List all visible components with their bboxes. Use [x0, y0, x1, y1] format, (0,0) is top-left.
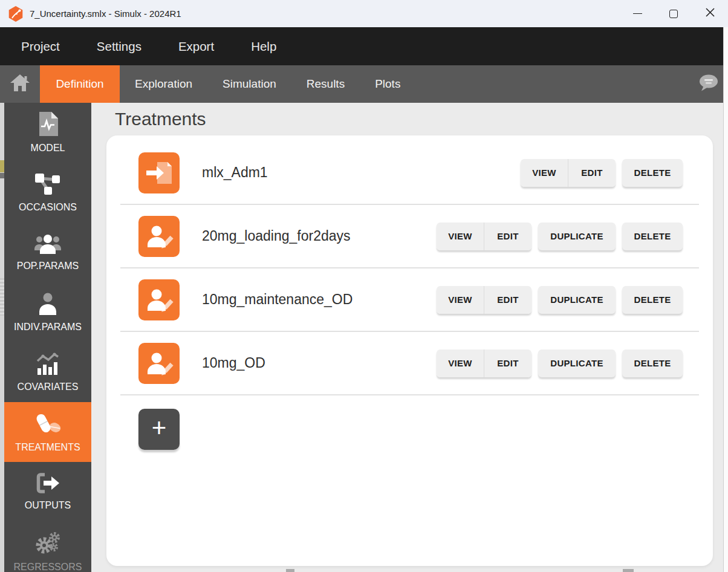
delete-button[interactable]: DELETE	[622, 159, 683, 187]
row-actions: VIEW EDIT DUPLICATE DELETE	[437, 223, 683, 250]
view-edit-group: VIEW EDIT	[437, 223, 531, 250]
sidebar-item-indiv-params[interactable]: INDIV.PARAMS	[4, 282, 91, 342]
feedback-button[interactable]	[698, 74, 718, 94]
edit-button[interactable]: EDIT	[484, 286, 531, 314]
plus-icon: +	[152, 415, 167, 441]
tab-plots[interactable]: Plots	[360, 65, 415, 103]
view-edit-group: VIEW EDIT	[437, 349, 531, 377]
add-treatment-button[interactable]: +	[138, 409, 180, 450]
person-edit-icon	[138, 216, 180, 257]
window-controls	[619, 0, 728, 27]
population-people-icon	[34, 234, 62, 256]
sidebar-item-label: TREATMENTS	[15, 442, 80, 453]
treatment-row-mlx-adm1: mlx_Adm1 VIEW EDIT DELETE	[106, 141, 713, 204]
left-gutter	[0, 103, 4, 572]
regressors-gears-icon	[34, 531, 62, 557]
tab-simulation[interactable]: Simulation	[207, 65, 291, 103]
maximize-icon	[669, 10, 678, 18]
titlebar: 7_Uncertainty.smlx - Simulx - 2024R1	[0, 0, 728, 27]
delete-button[interactable]: DELETE	[622, 349, 683, 377]
view-button[interactable]: VIEW	[521, 159, 568, 187]
menu-item-export[interactable]: Export	[178, 39, 214, 54]
menu-item-project[interactable]: Project	[21, 39, 60, 54]
edit-button[interactable]: EDIT	[484, 349, 531, 377]
view-button[interactable]: VIEW	[437, 223, 484, 250]
sidebar-item-label: OCCASIONS	[19, 202, 77, 213]
app-window: 7_Uncertainty.smlx - Simulx - 2024R1 Pro…	[0, 0, 728, 572]
view-edit-group: VIEW EDIT	[437, 286, 531, 314]
gutter-artifact	[0, 278, 4, 316]
occasions-network-icon	[34, 172, 62, 198]
treatment-name: 10mg_maintenance_OD	[202, 291, 437, 308]
view-button[interactable]: VIEW	[437, 286, 484, 314]
chat-bubble-icon	[698, 83, 718, 94]
close-button[interactable]	[692, 0, 728, 27]
treatment-list: mlx_Adm1 VIEW EDIT DELETE	[106, 135, 713, 450]
sidebar-item-label: REGRESSORS	[14, 562, 82, 572]
close-icon	[706, 8, 715, 19]
menu-item-settings[interactable]: Settings	[97, 39, 141, 54]
cutoff-content-fragment	[623, 569, 634, 572]
row-actions: VIEW EDIT DUPLICATE DELETE	[437, 286, 683, 314]
window-title: 7_Uncertainty.smlx - Simulx - 2024R1	[30, 8, 181, 19]
page-title: Treatments	[115, 109, 206, 129]
maximize-button[interactable]	[655, 0, 692, 27]
sidebar-item-label: MODEL	[31, 143, 65, 154]
duplicate-button[interactable]: DUPLICATE	[538, 349, 616, 377]
minimize-button[interactable]	[619, 0, 655, 27]
gutter-artifact	[0, 160, 4, 172]
treatment-name: 10mg_OD	[202, 355, 437, 371]
treatments-card: mlx_Adm1 VIEW EDIT DELETE	[106, 135, 713, 566]
sidebar: MODEL OCCASIONS	[4, 103, 91, 572]
duplicate-button[interactable]: DUPLICATE	[538, 286, 616, 314]
sidebar-item-occasions[interactable]: OCCASIONS	[4, 163, 91, 223]
sidebar-item-label: INDIV.PARAMS	[14, 322, 82, 333]
treatment-row-10mg-od: 10mg_OD VIEW EDIT DUPLICATE DELETE	[106, 332, 713, 394]
person-edit-icon	[138, 279, 180, 320]
treatment-name: 20mg_loading_for2days	[202, 228, 437, 244]
person-edit-icon	[138, 343, 180, 384]
treatment-row-10mg-maintenance: 10mg_maintenance_OD VIEW EDIT DUPLICATE …	[106, 268, 713, 331]
row-actions: VIEW EDIT DUPLICATE DELETE	[437, 349, 683, 377]
duplicate-button[interactable]: DUPLICATE	[538, 223, 616, 250]
sidebar-item-covariates[interactable]: COVARIATES	[4, 342, 91, 402]
tab-results[interactable]: Results	[291, 65, 360, 103]
view-button[interactable]: VIEW	[437, 349, 484, 377]
sidebar-item-outputs[interactable]: OUTPUTS	[4, 462, 91, 522]
outputs-export-icon	[36, 473, 60, 496]
individual-person-icon	[38, 293, 57, 317]
model-document-pulse-icon	[37, 112, 58, 138]
treatment-row-20mg-loading: 20mg_loading_for2days VIEW EDIT DUPLICAT…	[106, 205, 713, 267]
delete-button[interactable]: DELETE	[622, 223, 683, 250]
simulx-logo-icon	[8, 5, 24, 22]
view-edit-group: VIEW EDIT	[521, 159, 616, 187]
sidebar-item-label: COVARIATES	[18, 382, 79, 392]
tab-definition[interactable]: Definition	[40, 65, 120, 103]
treatments-pills-icon	[34, 411, 62, 438]
delete-button[interactable]: DELETE	[622, 286, 683, 314]
import-treatment-icon	[138, 152, 180, 193]
tabbar: Definition Exploration Simulation Result…	[0, 65, 728, 103]
menu-item-help[interactable]: Help	[251, 39, 276, 54]
sidebar-item-label: POP.PARAMS	[17, 261, 79, 271]
tab-exploration[interactable]: Exploration	[120, 65, 207, 103]
home-icon	[10, 74, 30, 94]
main-content: Treatments mlx_Adm1	[91, 103, 728, 572]
add-row: +	[106, 395, 713, 450]
scrollbar[interactable]	[723, 27, 728, 572]
sidebar-item-model[interactable]: MODEL	[4, 103, 91, 163]
menubar: Project Settings Export Help	[0, 27, 728, 65]
edit-button[interactable]: EDIT	[484, 223, 531, 250]
minimize-icon	[633, 13, 642, 14]
row-actions: VIEW EDIT DELETE	[521, 159, 683, 187]
home-button[interactable]	[0, 65, 40, 103]
covariates-barchart-icon	[35, 352, 60, 377]
sidebar-item-regressors: REGRESSORS	[4, 522, 91, 572]
sidebar-item-treatments[interactable]: TREATMENTS	[4, 402, 91, 462]
edit-button[interactable]: EDIT	[568, 159, 616, 187]
gutter-artifact	[0, 173, 4, 178]
treatment-name: mlx_Adm1	[202, 164, 521, 181]
sidebar-item-label: OUTPUTS	[25, 500, 71, 511]
sidebar-item-pop-params[interactable]: POP.PARAMS	[4, 223, 91, 282]
cutoff-content-fragment	[286, 569, 294, 572]
